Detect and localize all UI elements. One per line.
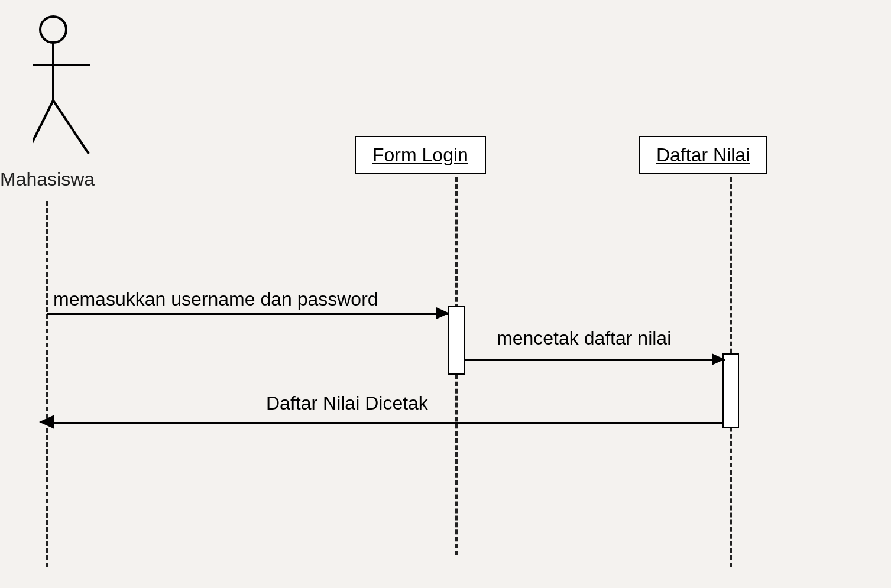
object-label: Form Login (372, 144, 468, 165)
svg-line-3 (33, 100, 53, 154)
object-form-login: Form Login (355, 136, 486, 174)
message-2-label: mencetak daftar nilai (497, 327, 671, 349)
message-3-arrow (54, 422, 724, 424)
arrow-right-icon (712, 353, 725, 365)
svg-point-0 (40, 17, 66, 43)
object-daftar-nilai: Daftar Nilai (639, 136, 767, 174)
activation-form-login (448, 306, 465, 375)
actor-label: Mahasiswa (0, 168, 95, 190)
svg-line-4 (53, 100, 89, 154)
message-1-arrow (47, 313, 449, 315)
message-1-label: memasukkan username dan password (53, 288, 378, 310)
lifeline-actor (46, 201, 48, 567)
activation-daftar-nilai (722, 353, 739, 428)
sequence-diagram: Mahasiswa Form Login Daftar Nilai memasu… (0, 0, 891, 588)
message-2-arrow (465, 359, 725, 361)
object-label: Daftar Nilai (656, 144, 750, 165)
actor-icon (33, 15, 109, 157)
message-3-label: Daftar Nilai Dicetak (266, 392, 428, 414)
arrow-right-icon (436, 307, 449, 319)
arrow-left-icon (39, 415, 54, 429)
